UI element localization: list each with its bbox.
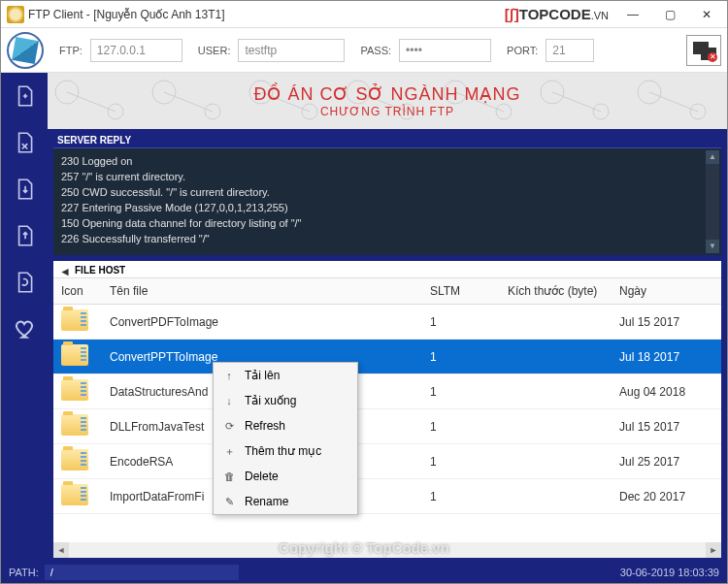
menu-icon: ↓	[221, 393, 237, 408]
menu-label: Delete	[245, 470, 279, 483]
ftp-label: FTP:	[59, 45, 83, 56]
close-button[interactable]: ✕	[688, 3, 725, 26]
menu-icon: ⟳	[221, 418, 237, 434]
file-date: Jul 25 2017	[612, 444, 721, 479]
folder-icon	[61, 309, 88, 331]
pass-label: PASS:	[360, 45, 391, 56]
col-sltm[interactable]: SLTM	[422, 278, 500, 305]
file-sltm: 1	[422, 374, 500, 409]
terminal-scrollbar[interactable]: ▲▼	[706, 150, 719, 253]
file-size	[500, 340, 612, 374]
file-date: Jul 15 2017	[612, 409, 721, 444]
menu-icon: ＋	[221, 443, 237, 459]
app-icon	[7, 6, 24, 23]
menu-icon: ↑	[221, 368, 237, 383]
file-date: Dec 20 2017	[612, 479, 721, 514]
menu-icon: ✎	[221, 494, 237, 509]
file-download-icon[interactable]	[11, 176, 38, 203]
server-reply-terminal[interactable]: 230 Logged on 257 "/" is current directo…	[53, 148, 721, 255]
server-reply-label: SERVER REPLY	[53, 133, 721, 148]
file-host-label: FILE HOST	[53, 261, 721, 278]
server-reply-section: SERVER REPLY 230 Logged on 257 "/" is cu…	[53, 133, 721, 255]
file-date: Jul 18 2017	[612, 340, 721, 374]
menu-item-refresh[interactable]: ⟳Refresh	[214, 413, 357, 438]
file-sltm: 1	[422, 340, 500, 374]
file-host-section: ◄ FILE HOST Icon Tên file SLTM Kích thướ…	[53, 261, 721, 558]
menu-label: Tải xuống	[245, 394, 296, 407]
window-title: FTP Client - [Nguyễn Quốc Anh 13T1]	[28, 8, 225, 21]
folder-icon	[61, 484, 88, 505]
file-table[interactable]: Icon Tên file SLTM Kích thước (byte) Ngà…	[53, 278, 721, 558]
menu-label: Thêm thư mục	[245, 444, 321, 458]
status-datetime: 30-06-2019 18:03:39	[620, 567, 719, 578]
heart-icon[interactable]	[11, 315, 38, 342]
maximize-button[interactable]: ▢	[651, 3, 688, 26]
file-upload-icon[interactable]	[11, 222, 38, 249]
menu-item-rename[interactable]: ✎Rename	[214, 489, 357, 514]
context-menu: ↑Tải lên↓Tải xuống⟳Refresh＋Thêm thư mục🗑…	[213, 362, 358, 515]
menu-item-delete[interactable]: 🗑Delete	[214, 464, 357, 489]
port-input[interactable]	[546, 39, 594, 62]
file-add-icon[interactable]	[11, 82, 38, 110]
table-row[interactable]: DLLFromJavaTest 1 Jul 15 2017	[53, 409, 721, 444]
file-size	[500, 374, 612, 409]
file-date: Jul 15 2017	[612, 305, 721, 340]
folder-icon	[61, 379, 88, 401]
file-remove-icon[interactable]	[11, 129, 38, 156]
back-arrow-icon[interactable]: ◄	[59, 265, 71, 278]
table-row[interactable]: ImportDataFromFi 1 Dec 20 2017	[53, 479, 721, 514]
file-size	[500, 479, 612, 514]
minimize-button[interactable]: —	[614, 3, 651, 26]
user-input[interactable]	[238, 39, 345, 62]
col-date[interactable]: Ngày	[612, 278, 721, 305]
col-icon[interactable]: Icon	[53, 278, 102, 305]
left-toolbar	[1, 73, 48, 562]
banner: ĐỒ ÁN CƠ SỞ NGÀNH MẠNG CHƯƠNG TRÌNH FTP	[48, 73, 727, 129]
folder-icon	[61, 344, 88, 366]
menu-item-tải-xuống[interactable]: ↓Tải xuống	[214, 388, 357, 413]
file-date: Aug 04 2018	[612, 374, 721, 409]
file-sltm: 1	[422, 409, 500, 444]
folder-icon	[61, 449, 88, 470]
file-name: ConvertPDFToImage	[102, 305, 422, 340]
menu-icon: 🗑	[221, 469, 237, 484]
table-row[interactable]: EncodeRSA 1 Jul 25 2017	[53, 444, 721, 479]
it-faculty-logo	[7, 32, 44, 69]
ftp-input[interactable]	[90, 39, 182, 62]
col-name[interactable]: Tên file	[102, 278, 422, 305]
pass-input[interactable]	[399, 39, 491, 62]
titlebar: FTP Client - [Nguyễn Quốc Anh 13T1] [ʃ]T…	[1, 1, 727, 28]
path-label: PATH:	[9, 567, 39, 578]
menu-label: Refresh	[245, 419, 285, 433]
col-size[interactable]: Kích thước (byte)	[500, 278, 612, 305]
menu-item-thêm-thư-mục[interactable]: ＋Thêm thư mục	[214, 438, 357, 464]
banner-title: ĐỒ ÁN CƠ SỞ NGÀNH MẠNG	[253, 83, 520, 105]
path-input[interactable]	[45, 565, 239, 580]
file-h-scrollbar[interactable]: ◄►	[53, 542, 721, 558]
banner-subtitle: CHƯƠNG TRÌNH FTP	[320, 105, 454, 118]
file-size	[500, 444, 612, 479]
user-label: USER:	[198, 45, 231, 56]
folder-icon	[61, 414, 88, 436]
menu-item-tải-lên[interactable]: ↑Tải lên	[214, 363, 357, 388]
connection-bar: FTP: USER: PASS: PORT: ✕	[1, 28, 727, 73]
file-size	[500, 305, 612, 340]
status-bar: PATH: 30-06-2019 18:03:39	[1, 562, 727, 583]
file-sltm: 1	[422, 305, 500, 340]
menu-label: Rename	[245, 495, 288, 508]
table-row[interactable]: ConvertPPTToImage 1 Jul 18 2017	[53, 340, 721, 374]
file-sltm: 1	[422, 444, 500, 479]
disconnect-button[interactable]: ✕	[686, 35, 721, 66]
table-row[interactable]: DataStructuresAnd 1 Aug 04 2018	[53, 374, 721, 409]
file-sltm: 1	[422, 479, 500, 514]
topcode-logo: [ʃ]TOPCODE.VN	[505, 6, 609, 23]
file-refresh-icon[interactable]	[11, 269, 38, 296]
port-label: PORT:	[507, 45, 538, 56]
file-size	[500, 409, 612, 444]
menu-label: Tải lên	[245, 369, 280, 382]
table-row[interactable]: ConvertPDFToImage 1 Jul 15 2017	[53, 305, 721, 340]
